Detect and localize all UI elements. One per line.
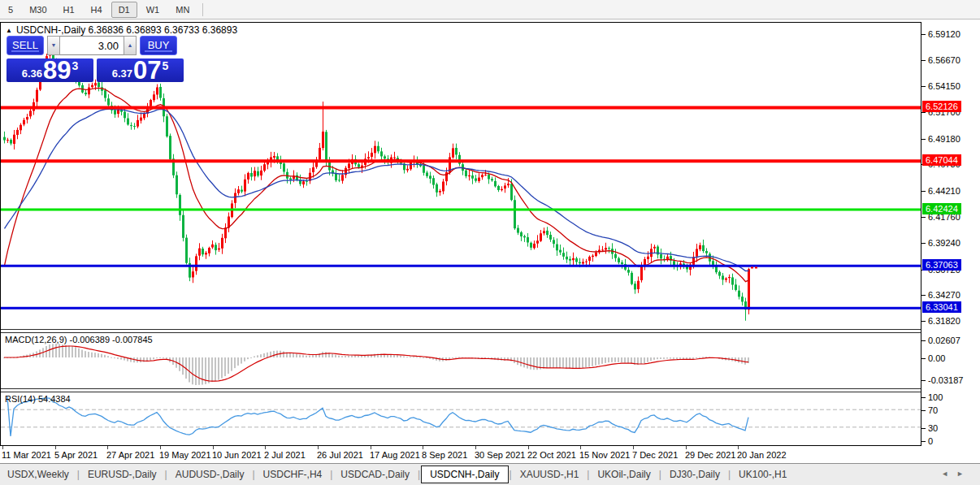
- date-axis-label: 2 Jul 2021: [264, 450, 306, 460]
- lot-size-spinner: ▼ ▲: [47, 36, 137, 55]
- macd-pane[interactable]: MACD(12,26,9) -0.006389 -0.007845: [1, 333, 921, 388]
- buy-price-display[interactable]: 6.37 07 5: [97, 58, 184, 82]
- rsi-pane[interactable]: RSI(14) 54.4384: [1, 392, 921, 445]
- date-axis-label: 11 Mar 2021: [2, 450, 51, 460]
- level-price-badge: 6.42424: [922, 203, 961, 214]
- chart-frame: MACD(12,26,9) -0.006389 -0.007845 RSI(14…: [0, 22, 921, 446]
- symbol-tab-ukoil[interactable]: UKOil-,Daily: [590, 466, 657, 483]
- lot-size-input[interactable]: [60, 36, 124, 55]
- buy-price-base: 6.37: [112, 67, 132, 80]
- timeframe-button-w1[interactable]: W1: [139, 2, 167, 18]
- date-axis-tick: [55, 446, 56, 449]
- level-price-badge: 6.47044: [922, 154, 961, 166]
- date-axis-label: 15 Nov 2021: [579, 450, 630, 460]
- symbol-tab-audusd[interactable]: AUDUSD-,Daily: [168, 466, 252, 483]
- date-axis-tick: [265, 446, 266, 449]
- sell-price-base: 6.36: [22, 67, 42, 80]
- sell-price-sup: 3: [72, 59, 79, 72]
- timeframe-button-d1[interactable]: D1: [111, 2, 137, 18]
- date-axis-label: 7 Dec 2021: [632, 450, 678, 460]
- timeframe-button-5[interactable]: 5: [1, 2, 20, 18]
- chart-ohlc-values: 6.36836 6.36893 6.36733 6.36893: [89, 24, 238, 36]
- symbol-tab-xauusd[interactable]: XAUUSD-,H1: [513, 466, 587, 483]
- toolbar-separator: [202, 3, 203, 16]
- timeframe-button-m30[interactable]: M30: [22, 2, 54, 18]
- sell-price-big: 89: [43, 58, 71, 82]
- symbol-tab-dj30[interactable]: DJ30-,Daily: [662, 466, 727, 483]
- tab-scroll-left-icon[interactable]: ◄: [941, 470, 956, 478]
- tab-scroll-arrows: ◄►: [941, 470, 972, 478]
- date-axis-label: 20 Jan 2022: [737, 450, 787, 460]
- date-axis-tick: [423, 446, 423, 449]
- date-axis-label: 22 Oct 2021: [527, 450, 576, 460]
- date-axis[interactable]: 11 Mar 20215 Apr 202127 Apr 202119 May 2…: [0, 446, 921, 463]
- sell-button[interactable]: SELL: [7, 36, 44, 55]
- symbol-tab-uk100[interactable]: UK100-,H1: [731, 466, 794, 483]
- date-axis-tick: [580, 446, 581, 449]
- trading-terminal: { "toolbar": {"items": ["5","M30","H1","…: [0, 0, 980, 485]
- symbol-tab-usdchf[interactable]: USDCHF-,H4: [256, 466, 330, 483]
- symbol-tab-usdx[interactable]: USDX,Weekly: [0, 466, 76, 483]
- tab-scroll-right-icon[interactable]: ►: [956, 470, 972, 478]
- date-axis-tick: [633, 446, 634, 449]
- rsi-label: RSI(14) 54.4384: [5, 394, 71, 404]
- date-axis-label: 29 Dec 2021: [685, 450, 735, 460]
- buy-price-big: 07: [133, 58, 161, 82]
- date-axis-tick: [738, 446, 739, 449]
- date-axis-tick: [213, 446, 214, 449]
- timeframe-button-mn[interactable]: MN: [168, 2, 197, 18]
- date-axis-tick: [318, 446, 319, 449]
- level-price-badge: 6.37063: [922, 259, 961, 271]
- date-axis-tick: [528, 446, 529, 449]
- date-axis-label: 5 Apr 2021: [54, 450, 98, 460]
- timeframe-toolbar: 5M30H1H4D1W1MN: [0, 0, 980, 19]
- chart-symbol-period: USDCNH-,Daily: [16, 24, 85, 36]
- one-click-trade-panel: SELL ▼ ▲ BUY 6.36 89 3 6.37 07 5: [7, 36, 187, 82]
- date-axis-tick: [475, 446, 476, 449]
- date-axis-label: 26 Jul 2021: [317, 450, 363, 460]
- sell-price-display[interactable]: 6.36 89 3: [7, 58, 93, 82]
- lot-decrease-button[interactable]: ▼: [47, 36, 60, 55]
- symbol-tab-usdcnh[interactable]: USDCNH-,Daily: [421, 466, 508, 483]
- date-axis-label: 19 May 2021: [159, 450, 211, 460]
- buy-price-sup: 5: [163, 59, 169, 72]
- date-axis-label: 27 Apr 2021: [106, 450, 154, 460]
- level-price-badge: 6.52126: [922, 101, 961, 112]
- symbol-tab-bar: USDX,Weekly|EURUSD-,Daily|AUDUSD-,Daily|…: [0, 463, 980, 485]
- date-axis-label: 8 Sep 2021: [422, 450, 467, 460]
- date-axis-label: 10 Jun 2021: [212, 450, 262, 460]
- date-axis-tick: [686, 446, 687, 449]
- collapse-triangle-icon[interactable]: ▲: [6, 27, 12, 34]
- timeframe-button-h4[interactable]: H4: [84, 2, 110, 18]
- date-axis-tick: [107, 446, 108, 449]
- buy-button-label: BUY: [148, 39, 170, 51]
- price-axis[interactable]: 6.591206.566706.541506.517006.491806.467…: [921, 22, 980, 463]
- timeframe-button-h1[interactable]: H1: [56, 2, 82, 18]
- date-axis-label: 17 Aug 2021: [370, 450, 420, 460]
- date-axis-tick: [2, 446, 3, 449]
- lot-increase-button[interactable]: ▲: [124, 36, 137, 55]
- date-axis-tick: [160, 446, 161, 449]
- buy-button[interactable]: BUY: [140, 36, 177, 55]
- symbol-tab-eurusd[interactable]: EURUSD-,Daily: [80, 466, 164, 483]
- symbol-tab-usdcad[interactable]: USDCAD-,Daily: [333, 466, 417, 483]
- chart-window-title: ▲USDCNH-,Daily 6.36836 6.36893 6.36733 6…: [6, 24, 237, 36]
- date-axis-tick: [371, 446, 371, 449]
- macd-label: MACD(12,26,9) -0.006389 -0.007845: [5, 335, 153, 344]
- level-price-badge: 6.33041: [922, 301, 961, 313]
- sell-button-label: SELL: [12, 39, 38, 51]
- date-axis-label: 30 Sep 2021: [475, 450, 525, 460]
